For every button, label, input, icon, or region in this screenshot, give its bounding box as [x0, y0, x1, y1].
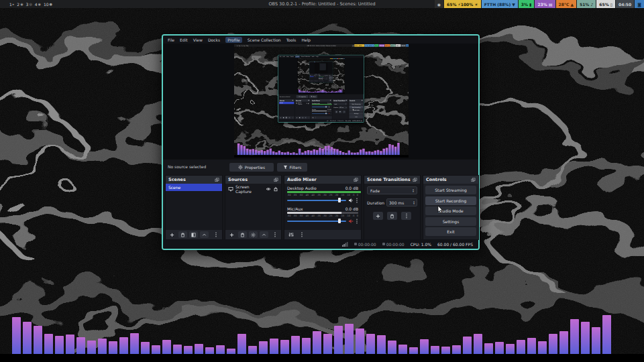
- kebab-icon[interactable]: [356, 198, 358, 203]
- volume-slider-mic[interactable]: [287, 219, 346, 223]
- scene-item-selected[interactable]: Scene: [166, 184, 222, 191]
- trash-icon: [390, 214, 394, 219]
- visualizer-bar: [130, 333, 139, 354]
- sources-menu-button[interactable]: [270, 231, 279, 238]
- menu-profile[interactable]: Profile: [225, 37, 242, 43]
- eye-icon[interactable]: [266, 186, 271, 192]
- status-block-clock[interactable]: 04:50: [616, 0, 634, 8]
- duration-spinbox[interactable]: 300 ms ▴▾: [386, 198, 417, 206]
- start-streaming-button[interactable]: Start Streaming: [425, 186, 476, 194]
- visualizer-bar: [581, 322, 590, 354]
- status-block-volume[interactable]: 51% ♪: [577, 0, 596, 8]
- transition-menu-button[interactable]: [401, 212, 411, 220]
- visualizer-bar: [377, 335, 386, 354]
- mixer-menu-button[interactable]: [297, 231, 306, 238]
- settings-button[interactable]: Settings: [425, 217, 476, 226]
- menu-tools[interactable]: Tools: [286, 38, 297, 42]
- properties-button[interactable]: Properties: [229, 163, 274, 172]
- move-source-up-button[interactable]: [260, 231, 268, 238]
- workspace-item-3[interactable]: 3◎: [26, 2, 32, 7]
- remove-source-button[interactable]: [238, 231, 247, 238]
- remove-transition-button[interactable]: [387, 212, 397, 220]
- visualizer-bar: [261, 150, 264, 155]
- speaker-icon[interactable]: [348, 198, 354, 203]
- channel-level: 0.0 dB: [345, 186, 358, 190]
- workspace-item-2[interactable]: 2◉: [17, 2, 23, 7]
- slider-handle[interactable]: [338, 219, 341, 223]
- visualizer-bar: [484, 343, 493, 354]
- workspace-item-4[interactable]: 4◉: [35, 2, 41, 7]
- controls-dock: Controls Start StreamingStart RecordingS…: [423, 175, 479, 240]
- scene-filters-button[interactable]: [189, 231, 198, 238]
- tick-label: -35: [317, 215, 321, 217]
- trash-icon: [180, 233, 185, 237]
- move-scene-up-button[interactable]: [200, 231, 209, 238]
- add-source-button: [296, 117, 299, 119]
- menu-help: Help: [316, 56, 319, 57]
- popout-icon[interactable]: [471, 178, 476, 182]
- settings-button: Settings: [350, 112, 364, 115]
- status-block-cpu[interactable]: 3% ▮: [519, 0, 535, 8]
- popout-icon[interactable]: [215, 178, 219, 182]
- source-item-screen-capture[interactable]: Screen Capture: [225, 185, 281, 193]
- transitions-body: Fade ▴▾ Duration 300 ms ▴▾: [364, 184, 420, 239]
- scenes-dock-header: Scenes: [166, 176, 222, 184]
- workspace-item-10[interactable]: 10●: [44, 2, 52, 7]
- preview[interactable]: 1▸2◉3◎4◉10● OBS 30.0.2-1 - Profile: Unti…: [234, 44, 409, 158]
- add-transition-button[interactable]: [373, 212, 383, 220]
- menu-docks[interactable]: Docks: [208, 38, 220, 42]
- kebab-icon[interactable]: [356, 219, 358, 224]
- menu-help[interactable]: Help: [301, 38, 311, 42]
- add-scene-button[interactable]: [168, 231, 176, 238]
- volume-slider-row-desktop: [287, 197, 358, 203]
- visualizer-bar: [216, 345, 225, 354]
- kebab-icon: [215, 232, 217, 237]
- menu-view[interactable]: View: [193, 38, 203, 42]
- menu-scene-collection[interactable]: Scene Collection: [248, 38, 281, 42]
- status-block-network[interactable]: FTTH (88%) ▼: [482, 0, 518, 8]
- status-blocks: ◉65% ⚡100% ☀FTTH (88%) ▼3% ▮23% ▤28°C ▲5…: [329, 58, 345, 59]
- studio-mode-button[interactable]: Studio Mode: [425, 206, 476, 215]
- status-block-battery[interactable]: 65% ▯: [596, 0, 615, 8]
- slider-handle[interactable]: [338, 198, 341, 202]
- remove-scene-button[interactable]: [178, 231, 187, 238]
- visualizer-bar: [87, 341, 96, 354]
- visualizer-bar: [345, 324, 354, 354]
- status-block-brightness[interactable]: 65% ⚡100% ☀: [444, 0, 481, 8]
- status-block-temperature[interactable]: 28°C ▲: [556, 0, 576, 8]
- visualizer-bar: [463, 337, 472, 354]
- workspace-item-1[interactable]: 1▸: [9, 2, 14, 7]
- source-properties-button[interactable]: [249, 231, 258, 238]
- volume-slider-desktop[interactable]: [287, 198, 346, 202]
- exit-button[interactable]: Exit: [425, 227, 476, 236]
- status-block-volume: 51% ♪: [390, 44, 396, 47]
- menu-edit[interactable]: Edit: [180, 38, 188, 42]
- popout-icon: [330, 100, 331, 101]
- workspace-list: 1▸2◉3◎4◉10●: [298, 58, 302, 59]
- mixer-body: Desktop Audio 0.0 dB -60-55-50-45-40-35-…: [319, 76, 324, 81]
- speaker-muted-icon[interactable]: [348, 219, 354, 224]
- popout-icon[interactable]: [413, 178, 417, 182]
- visualizer-bar: [23, 322, 32, 354]
- start-recording-button[interactable]: Start Recording: [425, 196, 476, 205]
- add-source-button[interactable]: [227, 231, 236, 238]
- visualizer-bar: [255, 149, 258, 155]
- filters-button[interactable]: Filters: [277, 163, 307, 172]
- visualizer-bar: [377, 150, 380, 156]
- advanced-audio-button[interactable]: [286, 231, 295, 238]
- status-block-tray[interactable]: ◉: [435, 0, 443, 8]
- mixer-menu-button: [315, 117, 317, 119]
- popout-icon[interactable]: [354, 178, 358, 182]
- scenes-menu-button[interactable]: [211, 231, 220, 238]
- add-transition-button: [335, 111, 338, 113]
- status-block-memory[interactable]: 23% ▤: [535, 0, 555, 8]
- menu-file[interactable]: File: [168, 38, 174, 42]
- popout-icon[interactable]: [274, 178, 278, 182]
- status-block-power[interactable]: ◙: [635, 0, 644, 8]
- transition-select[interactable]: Fade ▴▾: [367, 186, 417, 194]
- scene-item-label: Scene: [280, 102, 283, 103]
- visualizer-bar: [392, 145, 394, 155]
- lock-icon[interactable]: [273, 186, 278, 192]
- chevron-up-icon: [262, 233, 266, 237]
- visualizer-bar: [383, 149, 386, 155]
